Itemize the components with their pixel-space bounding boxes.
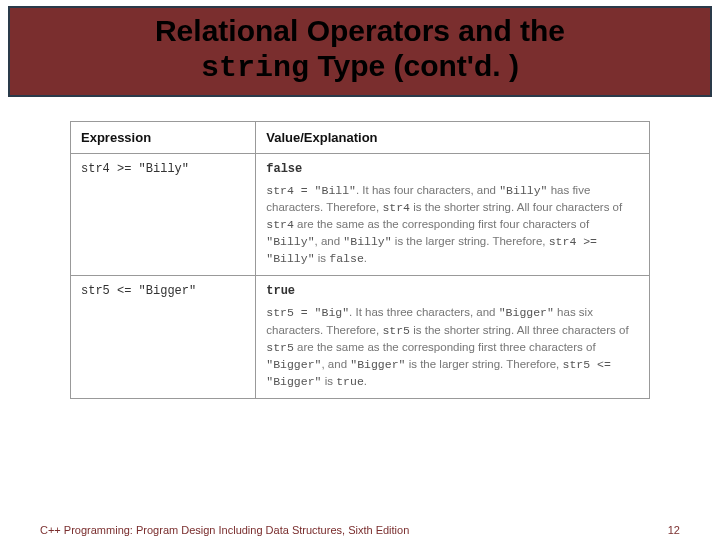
value-word: false [266, 162, 639, 176]
title-code-word: string [201, 51, 309, 85]
content-area: Expression Value/Explanation str4 >= "Bi… [0, 97, 720, 399]
table-header-row: Expression Value/Explanation [71, 122, 650, 154]
cell-expression: str4 >= "Billy" [71, 154, 256, 276]
footer: C++ Programming: Program Design Includin… [0, 524, 720, 536]
explanation-text: str5 = "Big". It has three characters, a… [266, 304, 639, 389]
cell-value-explanation: false str4 = "Bill". It has four charact… [256, 154, 650, 276]
footer-text: C++ Programming: Program Design Includin… [40, 524, 409, 536]
title-line-2: string Type (cont'd. ) [20, 49, 700, 86]
col-header-expression: Expression [71, 122, 256, 154]
table-row: str4 >= "Billy" false str4 = "Bill". It … [71, 154, 650, 276]
explanation-table: Expression Value/Explanation str4 >= "Bi… [70, 121, 650, 399]
col-header-value: Value/Explanation [256, 122, 650, 154]
title-line-1: Relational Operators and the [20, 14, 700, 49]
table-row: str5 <= "Bigger" true str5 = "Big". It h… [71, 276, 650, 398]
explanation-text: str4 = "Bill". It has four characters, a… [266, 182, 639, 267]
cell-value-explanation: true str5 = "Big". It has three characte… [256, 276, 650, 398]
title-line-2-rest: Type (cont'd. ) [309, 49, 519, 82]
slide: Relational Operators and the string Type… [0, 6, 720, 540]
value-word: true [266, 284, 639, 298]
title-bar: Relational Operators and the string Type… [8, 6, 712, 97]
cell-expression: str5 <= "Bigger" [71, 276, 256, 398]
page-number: 12 [668, 524, 680, 536]
